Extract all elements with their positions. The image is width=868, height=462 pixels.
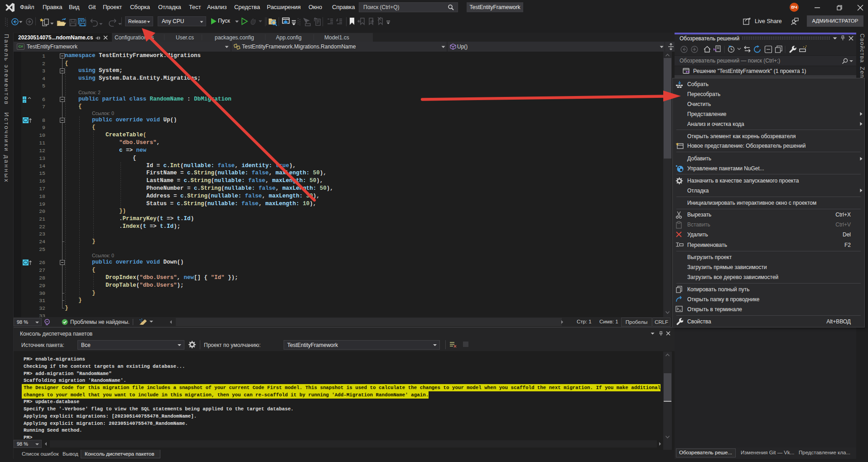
svg-text:I: I xyxy=(24,96,25,100)
svg-text:o: o xyxy=(24,100,25,103)
